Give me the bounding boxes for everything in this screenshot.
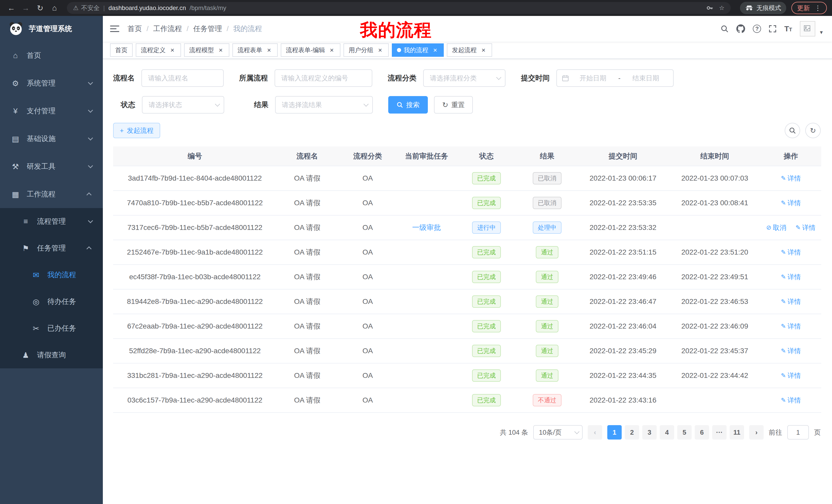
page-button[interactable]: 6 — [695, 425, 709, 440]
sidebar-item-my-process[interactable]: ✉ 我的流程 — [0, 261, 103, 288]
total-count: 共 104 条 — [500, 428, 528, 437]
close-icon[interactable]: × — [328, 47, 335, 54]
security-chip[interactable]: ⚠ 不安全 — [73, 4, 100, 12]
close-icon[interactable]: × — [265, 47, 272, 54]
detail-link[interactable]: ✎ 详情 — [781, 322, 801, 331]
password-key-icon[interactable] — [706, 4, 714, 12]
address-bar[interactable]: ⚠ 不安全 | dashboard.yudao.iocoder.cn /bpm/… — [67, 2, 731, 14]
sidebar-item-payment[interactable]: ¥ 支付管理 — [0, 97, 103, 125]
chevron-icon — [88, 80, 93, 85]
avatar[interactable] — [800, 21, 815, 36]
detail-icon: ✎ — [781, 298, 786, 305]
start-date-placeholder[interactable]: 开始日期 — [571, 74, 615, 83]
detail-link[interactable]: ✎ 详情 — [781, 199, 801, 207]
close-icon[interactable]: × — [169, 47, 176, 54]
page-button[interactable]: 2 — [625, 425, 639, 440]
current-task-link[interactable]: 一级审批 — [412, 223, 441, 231]
process-definition-input[interactable] — [275, 69, 372, 87]
sidebar-item-process-management[interactable]: ≡ 流程管理 — [0, 208, 103, 235]
breadcrumb-item[interactable]: 工作流程 — [153, 24, 182, 34]
sidebar-item-home[interactable]: ⌂ 首页 — [0, 41, 103, 69]
status-select[interactable]: 请选择状态 — [142, 96, 224, 114]
flag-icon: ⚑ — [21, 244, 31, 253]
sidebar-item-devtools[interactable]: ⚒ 研发工具 — [0, 152, 103, 180]
sidebar-item-infrastructure[interactable]: ▤ 基础设施 — [0, 125, 103, 152]
refresh-button[interactable]: ↻ — [805, 123, 821, 138]
detail-link[interactable]: ✎ 详情 — [781, 396, 801, 405]
close-icon[interactable]: × — [432, 47, 439, 54]
browser-home-button[interactable]: ⌂ — [48, 2, 61, 14]
end-date-placeholder[interactable]: 结束日期 — [623, 74, 668, 83]
refresh-icon: ↻ — [810, 127, 816, 135]
detail-link[interactable]: ✎ 详情 — [781, 371, 801, 380]
tab-process-definition[interactable]: 流程定义 × — [136, 44, 181, 57]
sidebar-item-workflow[interactable]: ▦ 工作流程 — [0, 180, 103, 208]
goto-page-input[interactable] — [787, 425, 809, 440]
detail-link[interactable]: ✎ 详情 — [781, 248, 801, 257]
process-name-input[interactable] — [141, 69, 224, 87]
close-icon[interactable]: × — [376, 47, 384, 54]
breadcrumb-item[interactable]: 我的流程 — [233, 24, 262, 34]
toggle-search-button[interactable] — [785, 123, 800, 138]
tab-process-form-edit[interactable]: 流程表单-编辑 × — [281, 44, 340, 57]
category-select[interactable]: 请选择流程分类 — [423, 69, 505, 87]
detail-link[interactable]: ✎ 详情 — [781, 174, 801, 183]
cell-end-time — [669, 388, 760, 413]
sidebar-item-todo-tasks[interactable]: ◎ 待办任务 — [0, 288, 103, 315]
breadcrumb-item[interactable]: 任务管理 — [193, 24, 222, 34]
next-page-button[interactable]: › — [749, 425, 763, 440]
page-button[interactable]: 11 — [730, 425, 744, 440]
detail-link[interactable]: ✎ 详情 — [796, 223, 815, 232]
tab-process-form[interactable]: 流程表单 × — [232, 44, 278, 57]
close-icon[interactable]: × — [480, 47, 487, 54]
search-icon[interactable] — [721, 25, 729, 33]
list-icon: ≡ — [21, 217, 31, 226]
page-button[interactable]: 4 — [660, 425, 674, 440]
detail-link[interactable]: ✎ 详情 — [781, 297, 801, 306]
tab-home[interactable]: 首页 — [110, 44, 133, 57]
github-icon[interactable] — [736, 24, 745, 33]
browser-forward-button[interactable]: → — [20, 2, 32, 14]
browser-reload-button[interactable]: ↻ — [34, 2, 46, 14]
tab-start-process[interactable]: 发起流程 × — [447, 44, 492, 57]
cell-end-time: 2022-01-23 00:07:03 — [669, 166, 760, 191]
chevron-icon — [88, 135, 93, 141]
result-select[interactable]: 请选择流结果 — [275, 96, 373, 114]
detail-link[interactable]: ✎ 详情 — [781, 346, 801, 356]
page-button[interactable]: 5 — [677, 425, 692, 440]
create-process-button[interactable]: + 发起流程 — [113, 123, 160, 138]
chrome-update-button[interactable]: 更新 ⋮ — [791, 2, 827, 14]
font-size-icon[interactable]: TT — [784, 24, 792, 33]
search-button[interactable]: 搜索 — [388, 96, 428, 114]
app-logo[interactable]: 芋道管理系统 — [0, 16, 103, 41]
page-button[interactable]: 3 — [642, 425, 657, 440]
prev-page-button[interactable]: ‹ — [588, 425, 602, 440]
sidebar-item-task-management[interactable]: ⚑ 任务管理 — [0, 235, 103, 261]
process-table: 编号流程名流程分类当前审批任务状态结果提交时间结束时间操作 3ad174fb-7… — [113, 146, 821, 413]
cell-category: OA — [338, 166, 397, 191]
reset-button[interactable]: ↻ 重置 — [434, 96, 473, 114]
browser-back-button[interactable]: ← — [5, 2, 18, 14]
tab-my-process[interactable]: 我的流程 × — [392, 44, 444, 57]
bookmark-star-icon[interactable]: ☆ — [719, 4, 725, 11]
browser-menu-icon[interactable]: ⋮ — [814, 4, 821, 12]
date-range-picker[interactable]: 开始日期 - 结束日期 — [556, 69, 674, 87]
page-button[interactable]: 1 — [607, 425, 622, 440]
detail-link[interactable]: ✎ 详情 — [781, 273, 801, 282]
avatar-dropdown-icon[interactable]: ▾ — [820, 29, 823, 36]
cancel-link[interactable]: ⊘ 取消 — [766, 223, 786, 232]
sidebar-item-leave-query[interactable]: ♟ 请假查询 — [0, 342, 103, 368]
page-button[interactable]: ··· — [712, 425, 727, 440]
tab-user-group[interactable]: 用户分组 × — [343, 44, 389, 57]
tab-process-model[interactable]: 流程模型 × — [184, 44, 229, 57]
hamburger-menu-icon[interactable] — [110, 25, 119, 33]
fullscreen-icon[interactable] — [769, 25, 777, 33]
sidebar-item-system[interactable]: ⚙ 系统管理 — [0, 69, 103, 97]
close-icon[interactable]: × — [217, 47, 224, 54]
sidebar-item-done-tasks[interactable]: ✂ 已办任务 — [0, 315, 103, 342]
table-row: 331bc281-7b9a-11ec-a290-acde48001122 OA … — [113, 363, 821, 388]
breadcrumb-item[interactable]: 首页 — [128, 24, 142, 34]
help-icon[interactable]: ? — [753, 25, 761, 33]
column-header: 操作 — [760, 146, 821, 166]
page-size-select[interactable]: 10条/页 — [533, 425, 582, 440]
